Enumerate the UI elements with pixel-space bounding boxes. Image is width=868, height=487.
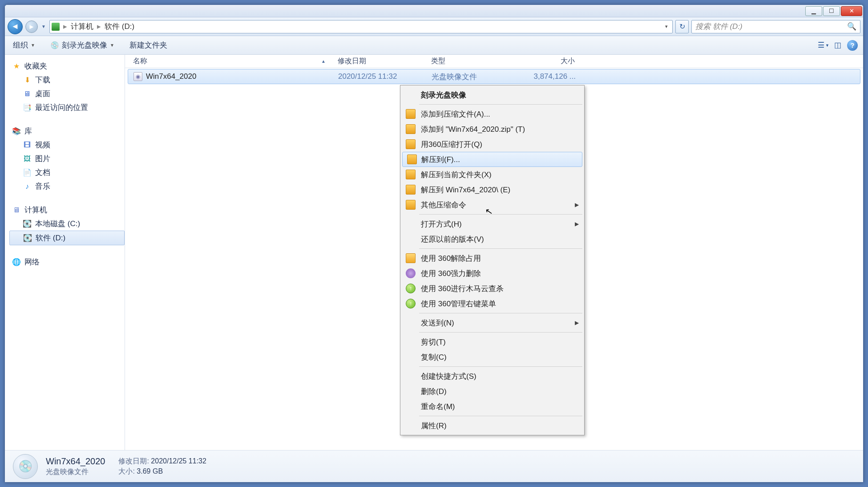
- context-icon: [406, 268, 416, 278]
- column-headers: 名称 ▲ 修改日期 类型 大小: [125, 55, 863, 68]
- sidebar-network-header[interactable]: 🌐 网络: [9, 255, 125, 269]
- context-menu-separator: [419, 104, 582, 105]
- context-menu-item[interactable]: 打开方式(H)▶: [401, 216, 583, 231]
- search-placeholder: 搜索 软件 (D:): [695, 21, 743, 32]
- help-button[interactable]: ?: [847, 40, 858, 51]
- details-title: Win7x64_2020: [46, 456, 105, 467]
- close-button[interactable]: ✕: [841, 6, 862, 16]
- file-row[interactable]: ◉Win7x64_20202020/12/25 11:32光盘映像文件3,874…: [128, 69, 860, 84]
- preview-pane-button[interactable]: ◫: [833, 41, 843, 50]
- context-menu-separator: [419, 313, 582, 313]
- context-menu-item[interactable]: 发送到(N)▶: [401, 315, 583, 330]
- disc-large-icon: 💿: [13, 454, 38, 479]
- iso-file-icon: ◉: [133, 72, 142, 81]
- search-input[interactable]: 搜索 软件 (D:) 🔍: [691, 20, 860, 33]
- address-bar[interactable]: ▸ 计算机 ▸ 软件 (D:) ▾: [49, 20, 673, 33]
- context-icon: [406, 185, 416, 195]
- context-menu-separator: [419, 214, 582, 215]
- context-menu-separator: [419, 248, 582, 249]
- breadcrumb-sep: ▸: [96, 22, 102, 31]
- new-folder-button[interactable]: 新建文件夹: [127, 38, 170, 52]
- context-menu-item[interactable]: ↑使用 360进行木马云查杀: [401, 281, 583, 296]
- context-menu-separator: [419, 366, 582, 367]
- context-menu-item[interactable]: 创建快捷方式(S): [401, 369, 583, 384]
- sidebar-item[interactable]: 📑最近访问的位置: [9, 101, 125, 114]
- video-icon: 🎞: [23, 141, 32, 150]
- computer-icon: 🖥: [12, 206, 21, 215]
- submenu-arrow-icon: ▶: [575, 320, 579, 326]
- organize-menu[interactable]: 组织▼: [10, 38, 38, 52]
- column-date[interactable]: 修改日期: [334, 57, 428, 66]
- sidebar-item[interactable]: 🎞视频: [9, 138, 125, 152]
- sidebar-computer: 🖥 计算机 💽本地磁盘 (C:)💽软件 (D:): [9, 203, 125, 245]
- download-icon: ⬇: [23, 76, 32, 85]
- history-dropdown[interactable]: ▼: [40, 20, 47, 33]
- maximize-button[interactable]: ☐: [823, 6, 840, 16]
- context-menu-item[interactable]: 属性(R): [401, 418, 583, 433]
- titlebar: ▁ ☐ ✕: [5, 5, 863, 17]
- context-menu-item[interactable]: 使用 360解除占用: [401, 251, 583, 266]
- submenu-arrow-icon: ▶: [575, 202, 579, 208]
- sidebar-computer-header[interactable]: 🖥 计算机: [9, 203, 125, 217]
- sidebar-item[interactable]: ♪音乐: [9, 179, 125, 193]
- context-menu-item[interactable]: 添加到 "Win7x64_2020.zip" (T): [401, 122, 583, 137]
- context-menu-item[interactable]: 使用 360强力删除: [401, 266, 583, 281]
- back-button[interactable]: ◄: [8, 19, 23, 34]
- context-icon: [407, 154, 417, 164]
- context-menu-item[interactable]: 复制(C): [401, 349, 583, 365]
- breadcrumb-sep: ▸: [62, 22, 68, 31]
- context-icon: [406, 109, 416, 119]
- context-icon: [406, 124, 416, 134]
- context-menu-item[interactable]: 其他压缩命令▶: [401, 197, 583, 212]
- sidebar-item[interactable]: 💽本地磁盘 (C:): [9, 217, 125, 231]
- forward-button[interactable]: ►: [25, 20, 38, 33]
- body: ★ 收藏夹 ⬇下载🖥桌面📑最近访问的位置 📚 库 🎞视频🖼图片📄文档♪音乐 🖥 …: [5, 55, 863, 450]
- context-menu-item[interactable]: 剪切(T): [401, 334, 583, 349]
- network-icon: 🌐: [12, 258, 21, 267]
- details-pane: 💿 Win7x64_2020 光盘映像文件 修改日期: 2020/12/25 1…: [5, 450, 863, 482]
- context-icon: [406, 170, 416, 179]
- sidebar-item[interactable]: 📄文档: [9, 166, 125, 179]
- drive-icon: 💽: [23, 234, 32, 243]
- context-menu-item[interactable]: ↑使用 360管理右键菜单: [401, 296, 583, 311]
- sidebar-item[interactable]: 🖥桌面: [9, 87, 125, 101]
- sidebar-item[interactable]: 🖼图片: [9, 152, 125, 166]
- sidebar-libraries: 📚 库 🎞视频🖼图片📄文档♪音乐: [9, 124, 125, 193]
- documents-icon: 📄: [23, 168, 32, 177]
- burn-image-button[interactable]: 💿 刻录光盘映像▼: [48, 38, 117, 52]
- column-size[interactable]: 大小: [521, 57, 579, 66]
- context-menu: 刻录光盘映像添加到压缩文件(A)...添加到 "Win7x64_2020.zip…: [400, 85, 585, 435]
- explorer-window: ▁ ☐ ✕ ◄ ► ▼ ▸ 计算机 ▸ 软件 (D:) ▾ ↻ 搜索 软件 (D…: [4, 4, 864, 483]
- navbar: ◄ ► ▼ ▸ 计算机 ▸ 软件 (D:) ▾ ↻ 搜索 软件 (D:) 🔍: [5, 17, 863, 36]
- column-name[interactable]: 名称 ▲: [129, 57, 334, 66]
- drive-icon: 💽: [23, 219, 32, 228]
- sidebar-network: 🌐 网络: [9, 255, 125, 269]
- context-menu-item[interactable]: 用360压缩打开(Q): [401, 137, 583, 152]
- context-menu-item[interactable]: 解压到当前文件夹(X): [401, 167, 583, 182]
- breadcrumb-root[interactable]: 计算机: [71, 21, 93, 32]
- context-menu-separator: [419, 416, 582, 416]
- recent-icon: 📑: [23, 103, 32, 112]
- context-menu-item[interactable]: 解压到(F)...: [402, 152, 582, 167]
- minimize-button[interactable]: ▁: [805, 6, 822, 16]
- sidebar-favorites-header[interactable]: ★ 收藏夹: [9, 59, 125, 73]
- context-menu-item[interactable]: 还原以前的版本(V): [401, 231, 583, 247]
- sidebar-item[interactable]: 💽软件 (D:): [9, 231, 125, 245]
- context-menu-item[interactable]: 解压到 Win7x64_2020\ (E): [401, 182, 583, 197]
- refresh-button[interactable]: ↻: [675, 20, 689, 33]
- toolbar: 组织▼ 💿 刻录光盘映像▼ 新建文件夹 ☰ ▼ ◫ ?: [5, 36, 863, 55]
- sidebar-libraries-header[interactable]: 📚 库: [9, 124, 125, 138]
- breadcrumb-current[interactable]: 软件 (D:): [105, 21, 134, 32]
- context-menu-item[interactable]: 刻录光盘映像: [401, 87, 583, 102]
- context-menu-item[interactable]: 重命名(M): [401, 399, 583, 414]
- column-type[interactable]: 类型: [428, 57, 521, 66]
- sort-arrow-icon: ▲: [321, 59, 326, 64]
- context-menu-item[interactable]: 添加到压缩文件(A)...: [401, 106, 583, 122]
- view-options-button[interactable]: ☰ ▼: [819, 41, 828, 50]
- context-icon: [406, 139, 416, 149]
- address-dropdown[interactable]: ▾: [662, 24, 670, 29]
- sidebar-item[interactable]: ⬇下载: [9, 73, 125, 87]
- context-menu-item[interactable]: 删除(D): [401, 384, 583, 399]
- search-icon[interactable]: 🔍: [847, 22, 856, 31]
- context-menu-separator: [419, 332, 582, 333]
